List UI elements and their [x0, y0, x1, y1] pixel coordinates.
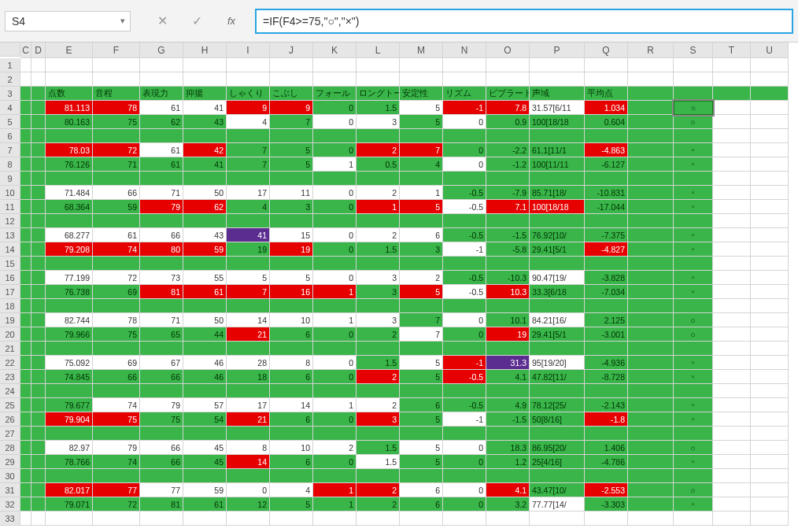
cell[interactable] — [713, 72, 751, 87]
cell[interactable] — [20, 115, 31, 129]
cell[interactable] — [628, 257, 674, 271]
cell-r10-c4[interactable]: 17 — [227, 186, 270, 200]
cell-r26-c1[interactable]: 75 — [93, 412, 140, 427]
cell-r32-c9[interactable]: 0 — [443, 497, 486, 512]
cell[interactable] — [751, 483, 789, 497]
cell[interactable] — [20, 497, 31, 512]
cell[interactable] — [31, 72, 46, 87]
cell[interactable] — [313, 299, 357, 313]
cell-r4-c1[interactable]: 78 — [93, 101, 140, 115]
cell-r32-c10[interactable]: 3.2 — [486, 497, 530, 512]
hdr-12[interactable]: 平均点 — [585, 87, 628, 101]
cell[interactable] — [628, 398, 674, 412]
cell-S22[interactable]: × — [674, 356, 713, 370]
cell[interactable] — [628, 242, 674, 257]
hdr-4[interactable]: しゃくり — [227, 87, 270, 101]
cell[interactable] — [357, 342, 400, 356]
cell[interactable] — [713, 186, 751, 200]
col-header-I[interactable]: I — [227, 42, 270, 58]
cell-S5[interactable]: ○ — [674, 115, 713, 129]
cell[interactable] — [46, 214, 93, 228]
cell-r22-c12[interactable]: -4.936 — [585, 356, 628, 370]
select-all-corner[interactable] — [0, 42, 20, 57]
cell-r8-c10[interactable]: -1.2 — [486, 157, 530, 172]
cell[interactable] — [585, 342, 628, 356]
cell[interactable] — [93, 257, 140, 271]
cell[interactable] — [674, 257, 713, 271]
cell[interactable] — [227, 72, 270, 87]
cell[interactable] — [674, 58, 713, 72]
cell-r4-c4[interactable]: 9 — [227, 101, 270, 115]
cell-r10-c2[interactable]: 71 — [140, 186, 183, 200]
cell[interactable] — [674, 87, 713, 101]
cell[interactable] — [628, 327, 674, 342]
cell[interactable] — [20, 299, 31, 313]
col-header-E[interactable]: E — [46, 42, 93, 58]
cell[interactable] — [713, 412, 751, 427]
cell-r10-c0[interactable]: 71.484 — [46, 186, 93, 200]
cell[interactable] — [313, 214, 357, 228]
cell[interactable] — [46, 129, 93, 143]
col-header-Q[interactable]: Q — [585, 42, 628, 58]
cell-r23-c12[interactable]: -8.728 — [585, 370, 628, 384]
cell[interactable] — [628, 313, 674, 327]
cell[interactable] — [713, 157, 751, 172]
cell[interactable] — [751, 115, 789, 129]
cell-r31-c12[interactable]: -2.553 — [585, 483, 628, 497]
cell-r16-c0[interactable]: 77.199 — [46, 271, 93, 285]
cell[interactable] — [20, 512, 31, 526]
cell-r7-c9[interactable]: 0 — [443, 143, 486, 157]
cell-r14-c12[interactable]: -4.827 — [585, 242, 628, 257]
cell-r29-c1[interactable]: 74 — [93, 455, 140, 469]
cell-r13-c12[interactable]: -7.375 — [585, 228, 628, 242]
cell[interactable] — [628, 483, 674, 497]
cell[interactable] — [628, 214, 674, 228]
cell[interactable] — [628, 58, 674, 72]
cell-r23-c10[interactable]: 4.1 — [486, 370, 530, 384]
cell[interactable] — [20, 313, 31, 327]
cell[interactable] — [400, 299, 443, 313]
cell[interactable] — [20, 412, 31, 427]
row-header-24[interactable]: 24 — [0, 384, 20, 398]
cell[interactable] — [443, 299, 486, 313]
cell-r26-c7[interactable]: 3 — [357, 412, 400, 427]
cell-r4-c9[interactable]: -1 — [443, 101, 486, 115]
row-header-10[interactable]: 10 — [0, 186, 20, 200]
cell-r23-c7[interactable]: 2 — [357, 370, 400, 384]
cell[interactable] — [357, 512, 400, 526]
cell-r25-c10[interactable]: 4.9 — [486, 398, 530, 412]
cell-S28[interactable]: ○ — [674, 441, 713, 455]
cell-r5-c10[interactable]: 0.9 — [486, 115, 530, 129]
cell[interactable] — [20, 384, 31, 398]
cell[interactable] — [751, 257, 789, 271]
cell[interactable] — [31, 200, 46, 214]
cell[interactable] — [530, 342, 585, 356]
cell-r32-c4[interactable]: 12 — [227, 497, 270, 512]
cell[interactable] — [93, 469, 140, 483]
cell-r5-c8[interactable]: 5 — [400, 115, 443, 129]
cell[interactable] — [31, 143, 46, 157]
cell[interactable] — [270, 172, 313, 186]
cell[interactable] — [628, 228, 674, 242]
cell-r5-c12[interactable]: 0.604 — [585, 115, 628, 129]
col-header-O[interactable]: O — [486, 42, 530, 58]
cell[interactable] — [31, 455, 46, 469]
col-header-L[interactable]: L — [357, 42, 400, 58]
cell-r8-c5[interactable]: 5 — [270, 157, 313, 172]
cell[interactable] — [751, 101, 789, 115]
cell[interactable] — [713, 384, 751, 398]
cell-r10-c3[interactable]: 50 — [183, 186, 227, 200]
cell-r4-c5[interactable]: 9 — [270, 101, 313, 115]
row-header-31[interactable]: 31 — [0, 483, 20, 497]
cell-r5-c0[interactable]: 80.163 — [46, 115, 93, 129]
cell-r17-c7[interactable]: 3 — [357, 285, 400, 299]
cell-r13-c5[interactable]: 15 — [270, 228, 313, 242]
cell[interactable] — [20, 285, 31, 299]
cell-r7-c2[interactable]: 61 — [140, 143, 183, 157]
cell[interactable] — [713, 285, 751, 299]
cell[interactable] — [674, 172, 713, 186]
cell-r22-c8[interactable]: 5 — [400, 356, 443, 370]
cell[interactable] — [713, 257, 751, 271]
cell-r19-c12[interactable]: 2.125 — [585, 313, 628, 327]
cell-r23-c3[interactable]: 46 — [183, 370, 227, 384]
